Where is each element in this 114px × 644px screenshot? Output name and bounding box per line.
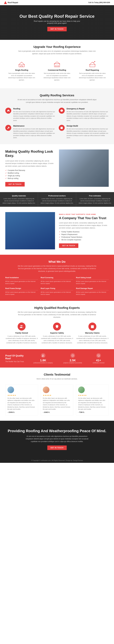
- svg-point-10: [61, 111, 62, 111]
- what-we-do-section: What We Do Alle the Lorem Ipsum generato…: [0, 255, 114, 301]
- proof-stat-certificates: 41+ certificates received: [93, 353, 104, 364]
- avatar-2: [43, 386, 50, 393]
- card-3-desc: Sed ut perspiciatis unde omnis iste natu…: [78, 72, 107, 81]
- proof-stat-1-number: 1.8K: [34, 359, 53, 362]
- service-3-desc: At vero eos et accusamus et iusto odio d…: [13, 128, 56, 139]
- experts-subtitle: Alle the Lorem Ipsum generators on the I…: [17, 311, 97, 319]
- footer: © Copyright © roofmaster.com | All Right…: [0, 458, 114, 463]
- what-2-desc: All the Lorem Ipsum generators on the In…: [41, 280, 73, 285]
- avatar-3: [78, 386, 85, 393]
- footer-hero-cta-button[interactable]: GET IN TOUCH: [47, 446, 67, 450]
- footer-hero-title: Providing Roofing And Weatherproofing Pe…: [5, 429, 109, 433]
- proof-title: Proof Of Quality Roof: [5, 354, 27, 360]
- trust-cta-button[interactable]: GET IN TOUCH: [59, 244, 78, 248]
- card-commercial-roofing: Commercial Roofing Sed ut perspiciatis u…: [41, 59, 73, 83]
- checklist-item-1: ✓Complete Roof Warranty: [5, 170, 55, 171]
- svg-rect-16: [98, 355, 100, 356]
- stat-1-title: Quality materials: [2, 195, 36, 197]
- card-roof-repairing: Roof Repairing Sed ut perspiciatis unde …: [76, 59, 109, 83]
- what-1-title: Roof Installation: [5, 276, 38, 280]
- expert-2-desc: It uses a dictionary of over 200 Latin w…: [41, 335, 73, 344]
- expert-warranty-claims: Warranty Claims It uses a dictionary of …: [76, 322, 109, 344]
- trust-image: [5, 212, 55, 250]
- svg-line-7: [93, 62, 95, 63]
- what-6-title: Roof Damage Repair: [76, 287, 109, 290]
- what-5-title: Roof Layer Fixing: [41, 287, 73, 290]
- what-item-5: Roof Layer Fixing All the Lorem Ipsum ge…: [41, 287, 73, 296]
- service-design-build: Design Build At vero eos et accusamus et…: [59, 125, 109, 139]
- testimonial-3: ★★★★★ On the other hand, we denounce wit…: [76, 384, 109, 416]
- phone-label: Call Us Today: [88, 2, 99, 4]
- footer-copy: © Copyright © roofmaster.com | All Right…: [4, 460, 110, 461]
- trust-label: MAKE A ROOF THAT SUPPORTS YOUR HOME: [59, 214, 109, 215]
- what-item-4: Roof Frame Design All the Lorem Ipsum ge…: [5, 287, 38, 296]
- making-title: Making Quality Roofing Look Easy.: [5, 150, 55, 158]
- trust-photo: [5, 212, 55, 250]
- stars-2: ★★★★★: [43, 394, 71, 396]
- trust-checklist: ✓Family Tradition Business ✓Repair & Rep…: [59, 231, 109, 241]
- testimonials-title: Clients Testimonial: [5, 373, 109, 376]
- making-image: [59, 150, 109, 187]
- trust-item-4: ✓We Do Complete Inspection: [59, 239, 109, 241]
- hero-section: Our Best Quality Roof Repair Service Roo…: [0, 5, 114, 40]
- trust-desc: Lorem ipsum dolor sit amet, consectetur …: [59, 222, 109, 230]
- stat-professional-workers: Professional workers Lorem dolor sit ame…: [38, 192, 76, 207]
- proof-bar: Proof Of Quality Roof The Roofer You Can…: [0, 349, 114, 368]
- superior-safety-icon: [53, 322, 61, 330]
- what-item-1: Roof Installation All the Lorem Ipsum ge…: [5, 276, 38, 285]
- what-item-2: Roof Cornering All the Lorem Ipsum gener…: [41, 276, 73, 285]
- header: Roof Repair Call Us Today (800) 900-0200: [0, 0, 114, 5]
- expert-superior-safety: Superior Safety It uses a dictionary of …: [41, 322, 73, 344]
- card-3-title: Roof Repairing: [78, 69, 107, 71]
- card-2-desc: Sed ut perspiciatis unde omnis iste natu…: [43, 72, 71, 81]
- expert-3-desc: It uses a dictionary of over 200 Latin w…: [76, 335, 109, 344]
- testimonial-3-text: On the other hand, we denounce with righ…: [78, 397, 107, 410]
- card-single-roofing: Single Roofing Sed ut perspiciatis unde …: [5, 59, 38, 83]
- proof-subtitle: The Roofer You Can Trust.: [5, 361, 27, 362]
- service-4-name: Design Build: [67, 125, 109, 127]
- quality-services-section: Quality Roofing Services At vero eos et …: [0, 88, 114, 144]
- testimonial-1: ★★★★★ On the other hand, we denounce wit…: [5, 384, 38, 416]
- service-4-content: Design Build At vero eos et accusamus et…: [67, 125, 109, 139]
- trust-item-2: ✓Repair & Replacement: [59, 234, 109, 236]
- what-1-desc: All the Lorem Ipsum generators on the In…: [5, 280, 38, 285]
- logo-icon: [4, 1, 7, 4]
- upgrade-cards: Single Roofing Sed ut perspiciatis unde …: [5, 59, 109, 83]
- service-1-desc: An vero eos et accusamus et iusto odio d…: [13, 110, 56, 122]
- stat-1-desc: Lorem dolor sit amet, consectetur adipis…: [2, 198, 36, 204]
- trust-item-1: ✓Family Tradition Business: [59, 231, 109, 233]
- what-3-desc: All the Lorem Ipsum generators on the In…: [76, 280, 109, 285]
- expert-2-title: Superior Safety: [41, 332, 73, 334]
- service-roofing: Roofing An vero eos et accusamus et iust…: [5, 108, 56, 122]
- making-cta-button[interactable]: GET IN TOUCH: [5, 182, 25, 186]
- expert-family-owned: Family Owned It uses a dictionary of ove…: [5, 322, 38, 344]
- checklist-item-2: ✓Modified roofing: [5, 172, 55, 174]
- service-2-content: Emergency & Repair At vero eos et accusa…: [67, 108, 109, 122]
- what-2-title: Roof Cornering: [41, 276, 73, 280]
- what-item-3: Roof Siding Install All the Lorem Ipsum …: [76, 276, 109, 285]
- hero-cta-button[interactable]: GET IN TOUCH: [47, 27, 67, 31]
- testimonials-grid: ★★★★★ On the other hand, we denounce wit…: [5, 384, 109, 416]
- what-title: What We Do: [5, 260, 109, 264]
- svg-point-15: [72, 354, 74, 356]
- what-4-title: Roof Frame Design: [5, 287, 38, 290]
- stars-1: ★★★★★: [7, 394, 36, 396]
- testimonials-section: Clients Testimonial Here's what some of …: [0, 368, 114, 420]
- proof-stat-2-label: projects completed successfully: [63, 362, 82, 364]
- people-icon: [41, 353, 46, 358]
- card-1-desc: Sed ut perspiciatis unde omnis iste natu…: [7, 72, 36, 81]
- upgrade-section: Upgrade Your Roofing Experience Sed ut p…: [0, 40, 114, 88]
- experts-title: Highly Qualified Roofing Experts: [5, 306, 109, 310]
- card-1-title: Single Roofing: [7, 69, 36, 71]
- certificate-icon: [96, 353, 101, 358]
- testimonial-2-author: - JANE K.: [43, 412, 71, 413]
- svg-point-8: [94, 61, 95, 62]
- what-4-desc: All the Lorem Ipsum generators on the In…: [5, 291, 38, 296]
- stats-bar: Quality materials Lorem dolor sit amet, …: [0, 192, 114, 207]
- checklist-item-4: ✓Built-up roofing: [5, 178, 55, 179]
- stars-3: ★★★★★: [78, 394, 107, 396]
- making-desc: Lorem ipsum dolor sit amet, consectetur …: [5, 160, 55, 168]
- logo[interactable]: Roof Repair: [4, 1, 18, 4]
- service-3-name: Maintenance: [13, 125, 56, 127]
- upgrade-title: Upgrade Your Roofing Experience: [5, 45, 109, 49]
